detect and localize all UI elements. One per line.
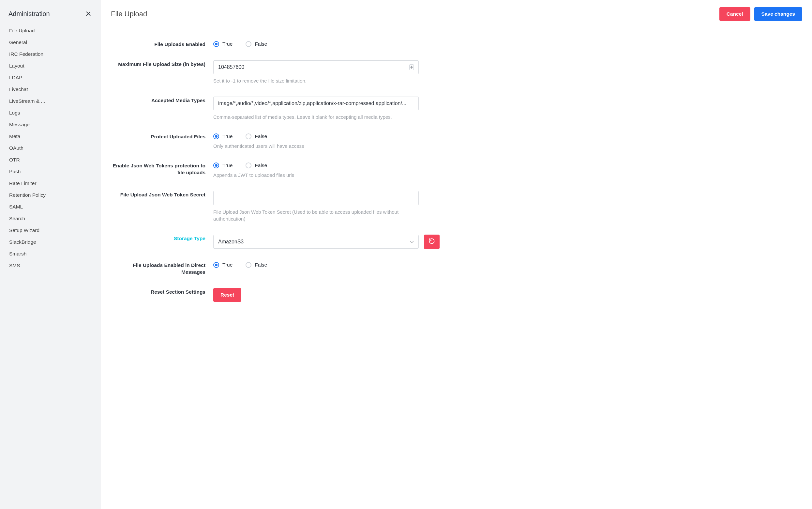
radio-label: False: [255, 262, 267, 268]
radio-icon: [246, 262, 251, 268]
undo-icon: [429, 238, 435, 245]
radio-label: False: [255, 163, 267, 168]
sidebar-item-general[interactable]: General: [0, 37, 101, 48]
help-jwt-enabled: Appends a JWT to uploaded files urls: [213, 172, 419, 178]
row-dm-enabled: File Uploads Enabled in Direct Messages …: [111, 261, 802, 276]
chevron-down-icon: [410, 239, 414, 245]
sidebar-item-logs[interactable]: Logs: [0, 107, 101, 119]
sidebar-title: Administration: [8, 10, 50, 18]
save-button[interactable]: Save changes: [754, 7, 802, 21]
label-uploads-enabled: File Uploads Enabled: [111, 40, 206, 48]
sidebar-item-file-upload[interactable]: File Upload: [0, 25, 101, 37]
select-storage-type-value: AmazonS3: [218, 239, 244, 245]
row-max-size: Maximum File Upload Size (in bytes) 1048…: [111, 60, 802, 84]
input-max-size-value: 104857600: [218, 64, 244, 70]
radio-uploads-enabled-false[interactable]: False: [246, 41, 267, 47]
sidebar-item-layout[interactable]: Layout: [0, 60, 101, 72]
radio-icon: [246, 41, 251, 47]
select-storage-type[interactable]: AmazonS3: [213, 235, 419, 249]
row-protect: Protect Uploaded Files True False Only a…: [111, 133, 802, 149]
topbar: File Upload Cancel Save changes: [101, 0, 812, 24]
sidebar-item-livechat[interactable]: Livechat: [0, 83, 101, 95]
input-max-size[interactable]: 104857600: [213, 60, 419, 74]
label-dm-enabled: File Uploads Enabled in Direct Messages: [111, 261, 206, 276]
radio-protect: True False: [213, 133, 448, 139]
radio-uploads-enabled: True False: [213, 40, 448, 47]
label-jwt-secret: File Upload Json Web Token Secret: [111, 191, 206, 198]
sidebar-header: Administration: [0, 8, 101, 25]
content: File Uploads Enabled True False Maximum …: [101, 24, 812, 509]
input-media-types[interactable]: image/*,audio/*,video/*,application/zip,…: [213, 97, 419, 110]
label-jwt-enabled: Enable Json Web Tokens protection to fil…: [111, 162, 206, 176]
help-max-size: Set it to -1 to remove the file size lim…: [213, 77, 419, 84]
radio-jwt-enabled-true[interactable]: True: [213, 163, 232, 168]
sidebar-item-push[interactable]: Push: [0, 166, 101, 177]
radio-label: True: [222, 133, 232, 139]
sidebar-item-sms[interactable]: SMS: [0, 260, 101, 271]
top-actions: Cancel Save changes: [719, 7, 802, 21]
radio-jwt-enabled-false[interactable]: False: [246, 163, 267, 168]
sidebar-item-setup-wizard[interactable]: Setup Wizard: [0, 225, 101, 236]
sidebar-item-slackbridge[interactable]: SlackBridge: [0, 236, 101, 248]
radio-icon: [213, 163, 219, 168]
label-protect: Protect Uploaded Files: [111, 133, 206, 140]
sidebar-item-retention-policy[interactable]: Retention Policy: [0, 189, 101, 201]
row-storage-type: Storage Type AmazonS3: [111, 235, 802, 249]
radio-protect-true[interactable]: True: [213, 133, 232, 139]
row-reset-section: Reset Section Settings Reset: [111, 288, 802, 302]
sidebar: Administration File Upload General IRC F…: [0, 0, 101, 509]
label-media-types: Accepted Media Types: [111, 97, 206, 104]
radio-label: False: [255, 41, 267, 47]
sidebar-item-meta[interactable]: Meta: [0, 131, 101, 142]
radio-label: False: [255, 133, 267, 139]
sidebar-item-smarsh[interactable]: Smarsh: [0, 248, 101, 260]
radio-icon: [213, 133, 219, 139]
radio-dm-enabled-false[interactable]: False: [246, 262, 267, 268]
close-icon[interactable]: [84, 10, 92, 18]
help-protect: Only authenticated users will have acces…: [213, 143, 419, 149]
radio-dm-enabled: True False: [213, 261, 448, 268]
sidebar-item-search[interactable]: Search: [0, 213, 101, 225]
label-max-size: Maximum File Upload Size (in bytes): [111, 60, 206, 68]
row-uploads-enabled: File Uploads Enabled True False: [111, 40, 802, 48]
radio-jwt-enabled: True False: [213, 162, 448, 168]
main: File Upload Cancel Save changes File Upl…: [101, 0, 812, 509]
sidebar-nav: File Upload General IRC Federation Layou…: [0, 25, 101, 509]
row-jwt-secret: File Upload Json Web Token Secret File U…: [111, 191, 802, 222]
label-reset-section: Reset Section Settings: [111, 288, 206, 296]
sidebar-item-livestream[interactable]: LiveStream & ...: [0, 95, 101, 107]
help-media-types: Comma-separated list of media types. Lea…: [213, 113, 419, 121]
cancel-button[interactable]: Cancel: [719, 7, 750, 21]
reset-section-button[interactable]: Reset: [213, 288, 241, 302]
svg-marker-3: [410, 67, 413, 69]
sidebar-item-rate-limiter[interactable]: Rate Limiter: [0, 177, 101, 189]
number-stepper-icon[interactable]: [409, 64, 414, 70]
radio-icon: [246, 163, 251, 168]
radio-label: True: [222, 41, 232, 47]
radio-icon: [246, 133, 251, 139]
help-jwt-secret: File Upload Json Web Token Secret (Used …: [213, 208, 419, 222]
row-media-types: Accepted Media Types image/*,audio/*,vid…: [111, 97, 802, 121]
sidebar-item-message[interactable]: Message: [0, 119, 101, 131]
radio-label: True: [222, 163, 232, 168]
sidebar-item-saml[interactable]: SAML: [0, 201, 101, 213]
reset-storage-type-button[interactable]: [424, 235, 440, 249]
radio-protect-false[interactable]: False: [246, 133, 267, 139]
radio-label: True: [222, 262, 232, 268]
sidebar-item-ldap[interactable]: LDAP: [0, 72, 101, 83]
sidebar-item-otr[interactable]: OTR: [0, 154, 101, 166]
radio-uploads-enabled-true[interactable]: True: [213, 41, 232, 47]
page-title: File Upload: [111, 10, 147, 18]
radio-icon: [213, 41, 219, 47]
sidebar-item-irc-federation[interactable]: IRC Federation: [0, 48, 101, 60]
input-jwt-secret[interactable]: [213, 191, 419, 205]
label-storage-type: Storage Type: [111, 235, 206, 242]
radio-dm-enabled-true[interactable]: True: [213, 262, 232, 268]
sidebar-item-oauth[interactable]: OAuth: [0, 142, 101, 154]
radio-icon: [213, 262, 219, 268]
row-jwt-enabled: Enable Json Web Tokens protection to fil…: [111, 162, 802, 178]
